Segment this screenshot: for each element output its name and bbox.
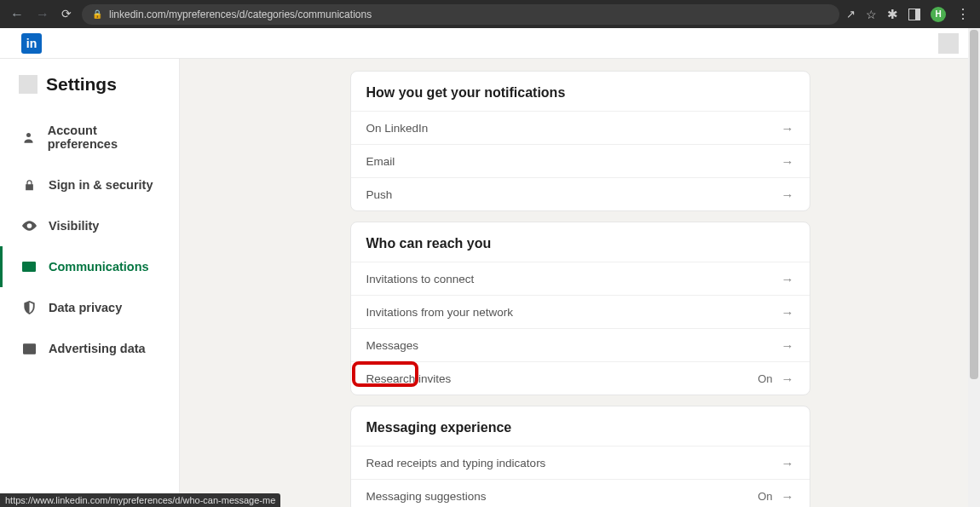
kebab-menu-icon[interactable]: ⋮ <box>956 6 970 22</box>
sidebar-item-label: Visibility <box>49 219 99 233</box>
page-title: Settings <box>46 74 117 95</box>
card-title: Who can reach you <box>351 222 810 262</box>
scrollbar-track[interactable] <box>968 28 980 507</box>
lock-icon <box>21 179 37 192</box>
chevron-right-icon: → <box>781 489 794 504</box>
row-label: Messages <box>366 339 419 352</box>
chevron-right-icon: → <box>781 456 794 470</box>
browser-toolbar: ← → ⟳ 🔒 linkedin.com/mypreferences/d/cat… <box>0 0 980 28</box>
row-label: On LinkedIn <box>366 122 429 135</box>
row-research-invites[interactable]: Research invites On → <box>351 361 810 395</box>
card-title: Messaging experience <box>351 406 810 446</box>
sidebar-item-label: Advertising data <box>49 342 146 355</box>
main-content: How you get your notifications On Linked… <box>180 59 980 507</box>
browser-status-link: https://www.linkedin.com/mypreferences/d… <box>0 493 280 507</box>
row-invitations-network[interactable]: Invitations from your network → <box>351 295 810 328</box>
chevron-right-icon: → <box>781 305 794 320</box>
row-push[interactable]: Push → <box>351 177 810 210</box>
chevron-right-icon: → <box>781 187 794 202</box>
sidebar-nav: Account preferences Sign in & security V… <box>0 110 179 369</box>
sidebar-item-advertising-data[interactable]: Advertising data <box>0 328 179 369</box>
row-read-receipts[interactable]: Read receipts and typing indicators → <box>351 446 810 479</box>
row-invitations-connect[interactable]: Invitations to connect → <box>351 262 810 295</box>
card-title: How you get your notifications <box>351 72 810 111</box>
row-label: Research invites <box>366 372 452 385</box>
page-viewport: in Settings Account preferences <box>0 28 980 507</box>
chevron-right-icon: → <box>781 338 794 353</box>
card-who-can-reach-you: Who can reach you Invitations to connect… <box>350 222 810 395</box>
eye-icon <box>21 221 37 231</box>
row-label: Email <box>366 155 395 168</box>
card-notifications: How you get your notifications On Linked… <box>350 71 810 211</box>
settings-title-icon <box>19 75 37 94</box>
person-icon <box>21 131 36 144</box>
shield-icon <box>21 301 37 314</box>
bookmark-icon[interactable]: ☆ <box>866 8 877 21</box>
settings-sidebar: Settings Account preferences Sign in & s… <box>0 59 180 507</box>
scrollbar-thumb[interactable] <box>970 30 978 379</box>
chevron-right-icon: → <box>781 154 794 169</box>
url-text: linkedin.com/mypreferences/d/categories/… <box>109 9 372 20</box>
url-bar[interactable]: 🔒 linkedin.com/mypreferences/d/categorie… <box>82 4 839 25</box>
app-body: Settings Account preferences Sign in & s… <box>0 59 980 507</box>
row-email[interactable]: Email → <box>351 144 810 177</box>
reload-button[interactable]: ⟳ <box>58 5 75 24</box>
sidebar-item-sign-in-security[interactable]: Sign in & security <box>0 164 179 205</box>
linkedin-header: in <box>0 28 980 59</box>
row-messaging-suggestions[interactable]: Messaging suggestions On → <box>351 479 810 507</box>
linkedin-logo[interactable]: in <box>21 33 42 54</box>
share-icon[interactable]: ↗ <box>846 8 856 20</box>
mail-icon <box>21 262 37 272</box>
row-status: On <box>758 372 772 385</box>
panel-icon[interactable] <box>908 9 920 20</box>
sidebar-item-label: Data privacy <box>49 301 122 314</box>
sidebar-item-visibility[interactable]: Visibility <box>0 205 179 246</box>
sidebar-item-label: Communications <box>49 260 149 274</box>
back-button[interactable]: ← <box>7 5 27 24</box>
row-label: Messaging suggestions <box>366 490 487 503</box>
sidebar-item-label: Account preferences <box>48 124 162 151</box>
sidebar-item-label: Sign in & security <box>49 178 153 192</box>
row-status: On <box>758 490 772 503</box>
profile-avatar[interactable]: H <box>931 7 946 22</box>
chevron-right-icon: → <box>781 272 794 286</box>
row-label: Push <box>366 188 393 201</box>
sidebar-item-data-privacy[interactable]: Data privacy <box>0 287 179 328</box>
settings-title-row: Settings <box>0 59 179 110</box>
row-label: Read receipts and typing indicators <box>366 457 546 470</box>
browser-right-icons: ↗ ☆ ✱ H ⋮ <box>846 6 970 22</box>
chevron-right-icon: → <box>781 372 794 386</box>
sidebar-item-communications[interactable]: Communications <box>0 246 179 287</box>
card-messaging-experience: Messaging experience Read receipts and t… <box>350 406 810 507</box>
nav-arrows: ← → ⟳ <box>7 5 75 24</box>
sidebar-item-account-preferences[interactable]: Account preferences <box>0 110 179 164</box>
row-label: Invitations to connect <box>366 273 475 285</box>
row-label: Invitations from your network <box>366 306 514 319</box>
extensions-icon[interactable]: ✱ <box>887 7 898 22</box>
svg-point-0 <box>26 132 31 136</box>
header-me-placeholder[interactable] <box>938 33 959 54</box>
chevron-right-icon: → <box>781 121 794 135</box>
news-icon <box>21 343 37 354</box>
lock-icon: 🔒 <box>92 9 102 19</box>
row-messages[interactable]: Messages → <box>351 328 810 361</box>
row-on-linkedin[interactable]: On LinkedIn → <box>351 111 810 144</box>
forward-button[interactable]: → <box>32 5 53 24</box>
